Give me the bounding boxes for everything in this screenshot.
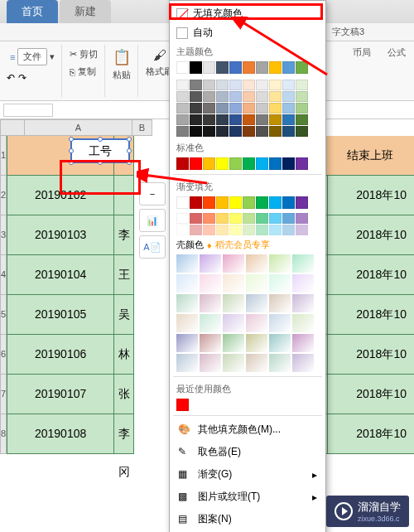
color-swatch[interactable] — [296, 196, 308, 209]
color-swatch[interactable] — [256, 157, 268, 170]
color-swatch[interactable] — [216, 91, 229, 102]
color-swatch[interactable] — [203, 126, 215, 137]
undo-button[interactable]: ↶ — [7, 72, 15, 84]
color-swatch[interactable] — [296, 91, 308, 102]
color-swatch[interactable] — [282, 103, 295, 114]
color-swatch[interactable] — [256, 196, 268, 209]
cell-a3[interactable]: 20190103 — [7, 215, 114, 255]
tab-home[interactable]: 首页 — [7, 0, 58, 23]
color-swatch[interactable] — [296, 213, 308, 224]
row-header-4[interactable]: 4 — [0, 255, 7, 295]
cell-b4[interactable]: 王霞 — [114, 255, 134, 295]
color-swatch[interactable] — [282, 61, 295, 74]
color-swatch[interactable] — [256, 91, 268, 102]
color-swatch[interactable] — [176, 61, 189, 74]
file-menu[interactable]: ≡ 文件 ▾ — [7, 46, 58, 67]
color-swatch[interactable] — [243, 213, 255, 224]
color-swatch[interactable] — [176, 225, 189, 235]
color-swatch[interactable] — [176, 157, 189, 170]
no-fill-option[interactable]: 无填充颜色 — [173, 4, 322, 23]
cell-b6[interactable]: 林霞 — [114, 335, 134, 375]
color-swatch[interactable] — [269, 196, 282, 209]
eyedropper-option[interactable]: ✎取色器(E) — [173, 441, 322, 463]
gradient-swatch[interactable] — [176, 274, 198, 293]
color-swatch[interactable] — [243, 196, 255, 209]
color-swatch[interactable] — [296, 126, 308, 137]
color-swatch[interactable] — [243, 80, 255, 90]
cell-a4[interactable]: 20190104 — [7, 255, 114, 295]
cell-d8[interactable]: 2018年10 — [328, 414, 414, 454]
color-swatch[interactable] — [203, 114, 215, 125]
color-swatch[interactable] — [176, 213, 189, 224]
color-swatch[interactable] — [229, 213, 242, 224]
color-swatch[interactable] — [256, 61, 268, 74]
color-swatch[interactable] — [176, 114, 189, 125]
gradient-swatch[interactable] — [176, 254, 198, 273]
color-swatch[interactable] — [269, 103, 282, 114]
doc-tab-label[interactable]: 字文稿3 — [332, 26, 364, 38]
color-swatch[interactable] — [216, 157, 229, 170]
gradient-option[interactable]: ▦渐变(G)▸ — [173, 463, 322, 486]
gradient-swatch[interactable] — [292, 334, 314, 352]
gradient-swatch[interactable] — [200, 314, 221, 332]
color-swatch[interactable] — [229, 91, 242, 102]
color-swatch[interactable] — [296, 157, 308, 170]
color-swatch[interactable] — [296, 80, 308, 90]
gradient-swatch[interactable] — [176, 334, 198, 352]
color-swatch[interactable] — [282, 126, 295, 137]
color-swatch[interactable] — [176, 196, 189, 209]
cell-d2[interactable]: 2018年10 — [328, 176, 414, 215]
cell-reference-input[interactable] — [3, 104, 53, 117]
gradient-swatch[interactable] — [246, 274, 267, 293]
color-swatch[interactable] — [203, 213, 215, 224]
cell-b5[interactable]: 吴笔 — [114, 295, 134, 335]
color-swatch[interactable] — [190, 80, 202, 90]
color-swatch[interactable] — [229, 157, 242, 170]
color-swatch[interactable] — [176, 103, 189, 114]
color-swatch[interactable] — [269, 126, 282, 137]
gradient-swatch[interactable] — [269, 334, 291, 352]
gradient-swatch[interactable] — [246, 314, 267, 332]
float-text-button[interactable]: A📄 — [139, 235, 166, 259]
col-header-b[interactable]: B — [132, 119, 152, 136]
pattern-option[interactable]: ▤图案(N) — [173, 508, 322, 530]
cell-a5[interactable]: 20190105 — [7, 295, 114, 335]
row-header-3[interactable]: 3 — [0, 215, 7, 255]
color-swatch[interactable] — [176, 126, 189, 137]
color-swatch[interactable] — [229, 80, 242, 90]
row-header-2[interactable]: 2 — [0, 176, 7, 215]
row-header-6[interactable]: 6 — [0, 335, 7, 375]
color-swatch[interactable] — [216, 126, 229, 137]
color-swatch[interactable] — [229, 114, 242, 125]
gradient-swatch[interactable] — [246, 294, 267, 312]
color-swatch[interactable] — [203, 225, 215, 235]
color-swatch[interactable] — [190, 114, 202, 125]
color-swatch[interactable] — [216, 196, 229, 209]
select-all-corner[interactable] — [0, 119, 25, 136]
gradient-swatch[interactable] — [246, 254, 267, 273]
color-swatch[interactable] — [269, 157, 282, 170]
color-swatch[interactable] — [243, 126, 255, 137]
gradient-swatch[interactable] — [269, 314, 291, 332]
more-fill-colors[interactable]: 🎨其他填充颜色(M)... — [173, 418, 322, 441]
color-swatch[interactable] — [282, 225, 295, 235]
color-swatch[interactable] — [190, 126, 202, 137]
gradient-swatch[interactable] — [269, 254, 291, 273]
color-swatch[interactable] — [243, 114, 255, 125]
gradient-swatch[interactable] — [223, 334, 244, 352]
gradient-swatch[interactable] — [292, 354, 314, 372]
color-swatch[interactable] — [216, 114, 229, 125]
color-swatch[interactable] — [256, 114, 268, 125]
cell-a8[interactable]: 20190108 — [7, 414, 114, 454]
color-swatch[interactable] — [216, 103, 229, 114]
copy-button[interactable]: ⎘复制 — [66, 64, 101, 80]
color-swatch[interactable] — [229, 126, 242, 137]
gradient-swatch[interactable] — [223, 274, 244, 293]
gradient-swatch[interactable] — [292, 254, 314, 273]
color-swatch[interactable] — [269, 91, 282, 102]
gradient-swatch[interactable] — [292, 274, 314, 293]
color-swatch[interactable] — [243, 91, 255, 102]
gradient-swatch[interactable] — [223, 254, 244, 273]
row-header-1[interactable]: 1 — [0, 136, 7, 176]
cell-d6[interactable]: 2018年10 — [328, 335, 414, 375]
